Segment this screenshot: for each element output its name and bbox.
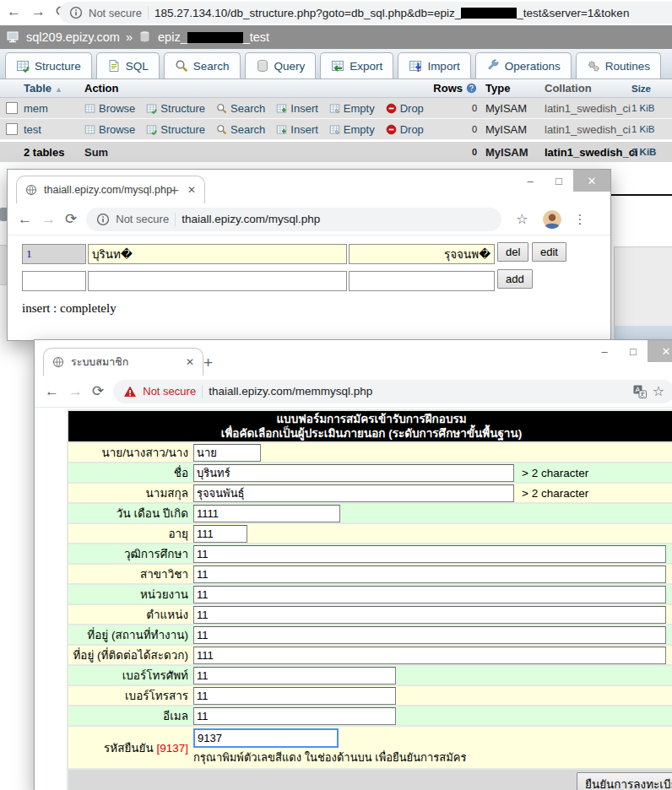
back-icon[interactable]: ←	[45, 381, 59, 402]
structure-link[interactable]: Structure	[146, 102, 205, 115]
new-surname-input[interactable]	[349, 271, 495, 291]
table-name-link[interactable]: mem	[24, 102, 84, 115]
member-browser-tab[interactable]: ระบบสมาชิก ✕	[43, 348, 203, 376]
profile-avatar[interactable]	[543, 210, 561, 229]
mysql-titlebar[interactable]: thaiall.epizy.com/mysql.php ✕ + – □ ✕	[8, 170, 610, 203]
field-input-1[interactable]	[193, 464, 514, 482]
tab-close-icon[interactable]: ✕	[186, 356, 194, 368]
del-button[interactable]: del	[497, 242, 528, 262]
table-name-link[interactable]: test	[24, 123, 84, 136]
close-icon[interactable]: ✕	[573, 170, 610, 192]
table-sum-row: 2 tables Sum 0 MyISAM latin1_swedish_ci …	[0, 142, 672, 162]
tab-query[interactable]: Query	[245, 52, 317, 78]
tab-operations[interactable]: Operations	[475, 52, 572, 78]
search-link[interactable]: Search	[216, 102, 265, 115]
field-input-12[interactable]	[193, 687, 396, 705]
record-name-input[interactable]	[88, 244, 347, 264]
info-icon	[69, 6, 83, 19]
field-input-11[interactable]	[193, 667, 396, 684]
row-checkbox[interactable]	[6, 123, 18, 135]
sum-label: Sum	[84, 146, 422, 159]
submit-button[interactable]: ยืนยันการลงทะเบียน	[577, 772, 672, 790]
main-address-bar[interactable]: Not secure 185.27.134.10/db_structure.ph…	[59, 2, 672, 24]
warning-icon	[123, 385, 137, 398]
page-artifact-strip	[614, 326, 672, 340]
member-titlebar[interactable]: ระบบสมาชิก ✕ + – □ ✕	[35, 340, 672, 376]
empty-link[interactable]: Empty	[329, 123, 375, 136]
edit-button[interactable]: edit	[532, 242, 566, 262]
field-input-8[interactable]	[193, 606, 666, 624]
breadcrumb-server[interactable]: sql209.epizy.com	[26, 30, 120, 44]
search-link[interactable]: Search	[216, 123, 265, 136]
row-checkbox[interactable]	[6, 102, 18, 114]
insert-link[interactable]: Insert	[276, 123, 318, 136]
add-button[interactable]: add	[497, 269, 533, 289]
tab-import[interactable]: Import	[398, 52, 470, 78]
field-input-5[interactable]	[193, 545, 666, 563]
field-input-2[interactable]	[193, 484, 514, 502]
field-input-0[interactable]	[193, 444, 261, 462]
cell-type: MyISAM	[485, 123, 545, 136]
menu-dots-icon[interactable]: ⋮	[574, 212, 587, 227]
new-tab-icon[interactable]: +	[203, 354, 213, 372]
back-icon[interactable]: ←	[7, 2, 21, 22]
field-input-3[interactable]	[193, 505, 340, 522]
insert-link[interactable]: Insert	[276, 102, 318, 115]
form-title: แบบฟอร์มการสมัครเข้ารับการฝึกอบรม เพื่อค…	[68, 411, 672, 441]
form-row-2: นามสกุล > 2 character	[68, 484, 672, 502]
mysql-address-bar[interactable]: Not secure thaiall.epizy.com/mysql.php	[86, 208, 501, 231]
search-icon	[216, 124, 227, 135]
bookmark-star-icon[interactable]: ☆	[516, 211, 528, 227]
forward-icon[interactable]: →	[68, 381, 83, 402]
new-name-input[interactable]	[88, 271, 347, 291]
structure-link[interactable]: Structure	[146, 123, 205, 136]
forward-icon[interactable]: →	[31, 2, 46, 22]
window-mysql: thaiall.epizy.com/mysql.php ✕ + – □ ✕ ← …	[7, 169, 611, 341]
drop-icon	[386, 124, 397, 135]
import-icon	[409, 59, 422, 73]
minimize-icon[interactable]: –	[590, 340, 619, 362]
tab-structure[interactable]: Structure	[5, 52, 92, 78]
field-input-13[interactable]	[193, 707, 396, 725]
field-input-10[interactable]	[193, 647, 666, 664]
tab-close-icon[interactable]: ✕	[187, 184, 196, 196]
minimize-icon[interactable]: –	[516, 170, 545, 192]
drop-link[interactable]: Drop	[386, 102, 424, 115]
new-id-input[interactable]	[22, 271, 86, 291]
close-icon[interactable]: ✕	[648, 340, 672, 362]
field-input-4[interactable]	[193, 525, 247, 543]
record-surname-input[interactable]	[349, 244, 495, 264]
member-address-bar[interactable]: Not secure thaiall.epizy.com/memmysql.ph…	[113, 380, 672, 403]
security-label: Not secure	[116, 213, 169, 225]
drop-link[interactable]: Drop	[386, 123, 424, 136]
breadcrumb-database[interactable]: epiz__test	[158, 30, 269, 44]
tab-search[interactable]: Search	[164, 52, 241, 78]
field-input-7[interactable]	[193, 586, 666, 603]
bookmark-star-icon[interactable]: ☆	[653, 383, 664, 399]
back-icon[interactable]: ←	[18, 209, 32, 230]
empty-link[interactable]: Empty	[329, 102, 375, 115]
record-id-input[interactable]	[22, 244, 86, 264]
field-note: > 2 character	[522, 487, 588, 500]
new-tab-icon[interactable]: +	[170, 181, 179, 200]
reload-icon[interactable]: ⟳	[65, 209, 77, 230]
forward-icon[interactable]: →	[41, 209, 56, 230]
tab-sql[interactable]: SQL	[96, 52, 160, 78]
help-icon[interactable]	[466, 83, 477, 94]
maximize-icon[interactable]: □	[545, 170, 573, 192]
translate-icon[interactable]	[633, 385, 647, 398]
browse-link[interactable]: Browse	[84, 102, 135, 115]
sum-tables: 2 tables	[24, 146, 84, 159]
browse-link[interactable]: Browse	[84, 123, 135, 136]
tab-export[interactable]: Export	[320, 52, 393, 78]
confirm-code-input[interactable]	[193, 728, 339, 748]
member-page-body: แบบฟอร์มการสมัครเข้ารับการฝึกอบรม เพื่อค…	[35, 408, 672, 790]
form-row-7: หน่วยงาน	[68, 585, 672, 603]
field-input-6[interactable]	[193, 565, 666, 583]
field-input-9[interactable]	[193, 626, 666, 644]
operations-icon	[486, 59, 500, 73]
tab-routines[interactable]: Routines	[576, 52, 661, 78]
reload-icon[interactable]: ⟳	[92, 381, 104, 402]
routines-icon	[587, 59, 600, 73]
maximize-icon[interactable]: □	[619, 340, 648, 362]
